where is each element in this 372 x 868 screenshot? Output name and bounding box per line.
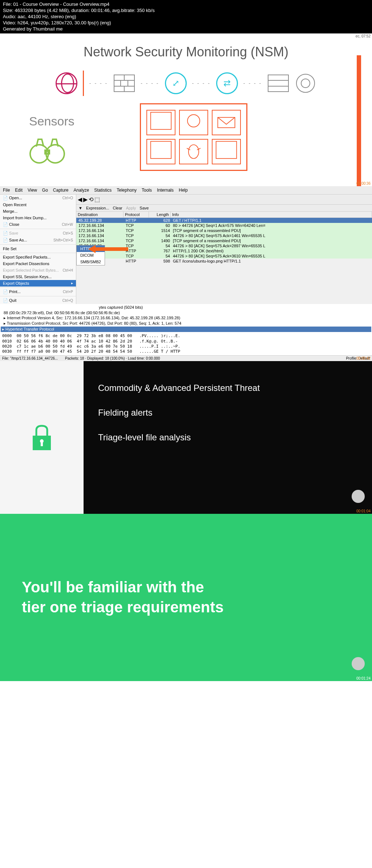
packet-row[interactable]: 45.32.199.28HTTP598GET /icons/ubuntu-log…	[76, 259, 372, 264]
menuitem-close[interactable]: 📄 CloseCtrl+W	[0, 221, 76, 228]
packet-row[interactable]: 172.16.66.134TCP1490[TCP segment of a re…	[76, 238, 372, 243]
bullet-1: Commodity & Advanced Persistent Threat	[98, 383, 357, 393]
firewall-icon	[113, 74, 135, 92]
svg-rect-18	[150, 141, 171, 159]
menu-help[interactable]: Help	[179, 188, 188, 193]
packet-row[interactable]: 172.16.66.134TCP6080 > 44726 [ACK] Seq=1…	[76, 223, 372, 228]
menuitem-open-recent[interactable]: Open Recent	[0, 201, 76, 208]
packet-table: Destination Protocol Length Info 45.32.1…	[76, 212, 372, 264]
menuitem-export-packet-dissections[interactable]: Export Packet Dissections	[0, 260, 76, 267]
packet-row[interactable]: 172.16.66.134TCP1514[TCP segment of a re…	[76, 228, 372, 233]
menuitem-export-specified-packets-[interactable]: Export Specified Packets...	[0, 254, 76, 260]
col-protocol[interactable]: Protocol	[124, 212, 149, 217]
bullet-2: Fielding alerts	[98, 408, 357, 418]
svg-rect-22	[216, 141, 236, 159]
menuitem-file-set[interactable]: File Set	[0, 245, 76, 252]
submenu-smb-smb2[interactable]: SMB/SMB2	[77, 259, 105, 265]
audio-line: Audio: aac, 44100 Hz, stereo (eng)	[3, 14, 369, 20]
svg-point-16	[187, 115, 200, 127]
server-db-icon	[212, 139, 241, 164]
svg-rect-7	[268, 75, 288, 92]
server-icon-2	[146, 139, 175, 164]
server-cluster	[140, 103, 247, 171]
server-bug-icon	[179, 139, 208, 164]
svg-rect-17	[218, 117, 235, 128]
menuitem-export-selected-packet-bytes-[interactable]: Export Selected Packet Bytes...Ctrl+H	[0, 267, 76, 273]
file-menu[interactable]: 📄 Open...Ctrl+OOpen RecentMerge...Import…	[0, 195, 76, 304]
toolbar-icon[interactable]: ▶	[83, 196, 88, 203]
col-destination[interactable]: Destination	[76, 212, 124, 217]
orange-divider	[357, 55, 361, 186]
http-protocol-line[interactable]: ▸ Hypertext Transfer Protocol	[1, 327, 371, 332]
detail-line[interactable]: 88 (00:0c:29:72:3b:e8), Dst: 00:50:56:f6…	[2, 310, 370, 315]
col-length[interactable]: Length	[149, 212, 171, 217]
svg-point-11	[301, 79, 310, 88]
text-line-2: tier one triage requirements	[22, 597, 224, 617]
detail-line[interactable]: ▸ Transmission Control Protocol, Src Por…	[2, 321, 370, 326]
menu-file[interactable]: File	[3, 188, 10, 193]
sensors-label: Sensors	[29, 114, 74, 128]
menuitem-import-from-hex-dump-[interactable]: Import from Hex Dump...	[0, 215, 76, 221]
filter-apply[interactable]: Apply	[126, 206, 136, 210]
head-icon	[295, 72, 316, 94]
callout-arrow-icon	[88, 244, 128, 254]
svg-rect-15	[150, 112, 171, 129]
filter-expression[interactable]: Expression...	[86, 206, 109, 210]
status-file: File: "/tmp/172.16.66.134_44726...	[2, 356, 58, 360]
menu-view[interactable]: View	[28, 188, 37, 193]
toolbar-icon[interactable]: ⬚	[94, 196, 100, 203]
menu-capture[interactable]: Capture	[53, 188, 69, 193]
packet-row[interactable]: 172.16.66.134TCP5444726 > 80 [ACK] Seq=5…	[76, 233, 372, 238]
filter-save[interactable]: Save	[140, 206, 149, 210]
text-line-1: You'll be familiar with the	[22, 577, 224, 597]
menu-telephony[interactable]: Telephony	[117, 188, 137, 193]
menubar[interactable]: FileEditViewGoCaptureAnalyzeStatisticsTe…	[0, 186, 372, 195]
play-button-4[interactable]	[352, 657, 365, 670]
toolbar-icon[interactable]: ⟲	[89, 196, 93, 203]
binoculars-icon	[29, 132, 65, 168]
slide-title: Network Security Monitoring (NSM)	[7, 44, 365, 60]
svg-point-19	[189, 145, 199, 159]
globe-icon	[56, 72, 77, 94]
conclusion-text: You'll be familiar with the tier one tri…	[22, 577, 224, 617]
menuitem-save[interactable]: 📄 SaveCtrl+S	[0, 230, 76, 237]
menuitem-quit[interactable]: 📄 QuitCtrl+Q	[0, 297, 76, 304]
menu-analyze[interactable]: Analyze	[74, 188, 89, 193]
toolbar[interactable]: ◀ ▶ ⟲ ⬚	[76, 195, 372, 205]
packet-row[interactable]: 45.32.199.28TCP5444726 > 80 [ACK] Seq=57…	[76, 253, 372, 259]
menuitem-print-[interactable]: 📄 Print...Ctrl+P	[0, 288, 76, 295]
svg-rect-14	[45, 150, 49, 154]
svg-point-10	[296, 74, 315, 92]
server-mail-icon	[212, 110, 241, 135]
col-info[interactable]: Info	[171, 212, 372, 217]
filter-dropdown-icon[interactable]: ▼	[78, 206, 82, 210]
firewall-icon-2	[267, 74, 289, 92]
menuitem-open-[interactable]: 📄 Open...Ctrl+O	[0, 195, 76, 201]
detail-line[interactable]: ▸ Internet Protocol Version 4, Src: 172.…	[2, 315, 370, 321]
menuitem-save-as-[interactable]: 📄 Save As...Shift+Ctrl+S	[0, 237, 76, 244]
packet-row[interactable]: 45.32.199.28HTTP628GET / HTTP/1.1	[76, 218, 372, 223]
play-button[interactable]	[352, 490, 365, 503]
switch-icon: ⤢	[165, 72, 187, 94]
menuitem-merge-[interactable]: Merge...	[0, 208, 76, 215]
menu-edit[interactable]: Edit	[15, 188, 23, 193]
size-line: Size: 4633208 bytes (4.42 MiB), duration…	[3, 8, 369, 14]
filter-clear[interactable]: Clear	[113, 206, 122, 210]
filter-bar[interactable]: ▼ Expression... Clear Apply Save	[76, 205, 372, 212]
packet-details[interactable]: ytes captured (5024 bits) 88 (00:0c:29:7…	[0, 304, 372, 333]
menu-statistics[interactable]: Statistics	[94, 188, 112, 193]
video-line: Video: h264, yuv420p, 1280x720, 30.00 fp…	[3, 20, 369, 26]
lock-icon	[27, 423, 56, 452]
bullet-3: Triage-level file analysis	[98, 432, 357, 443]
svg-rect-26	[41, 442, 43, 446]
toolbar-icon[interactable]: ◀	[78, 196, 82, 203]
top-corner-time: ec, 07:52	[356, 34, 371, 38]
status-packets: Packets: 18 · Displayed: 18 (100.0%) · L…	[65, 356, 160, 360]
menu-go[interactable]: Go	[42, 188, 48, 193]
menu-internals[interactable]: Internals	[157, 188, 174, 193]
menuitem-export-objects[interactable]: Export Objects▸	[0, 280, 76, 287]
svg-marker-23	[88, 245, 128, 253]
menu-tools[interactable]: Tools	[142, 188, 152, 193]
hex-dump[interactable]: 0000 00 50 56 f6 8c de 00 0c 29 72 3b e8…	[0, 333, 372, 355]
menuitem-export-ssl-session-keys-[interactable]: Export SSL Session Keys...	[0, 273, 76, 280]
